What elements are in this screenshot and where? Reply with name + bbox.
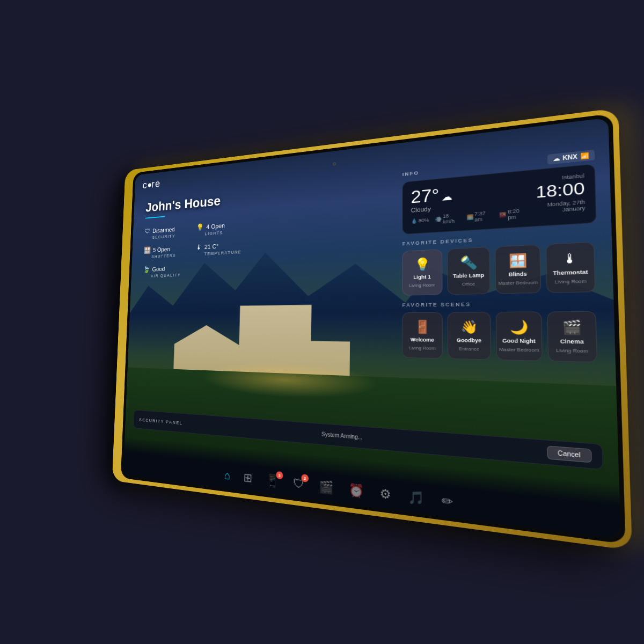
wind-value: 18 km/h	[443, 212, 460, 224]
info-label: INFO	[402, 170, 420, 177]
light1-icon: 💡	[414, 257, 430, 272]
goodbye-icon: 👋	[460, 320, 478, 335]
sunset-value: 8:20 pm	[508, 207, 527, 220]
welcome-icon: 🚪	[414, 320, 430, 335]
media-icon: 🎵	[408, 489, 424, 507]
sunset-item: 🌇 8:20 pm	[499, 207, 527, 221]
wind-item: 💨 18 km/h	[435, 212, 460, 225]
logo-text: c	[142, 179, 148, 191]
lights-value: 4 Open	[206, 222, 225, 230]
table-lamp-name: Table Lamp	[453, 272, 484, 279]
logo-dot	[148, 183, 151, 187]
temp-value: 21 C°	[204, 242, 219, 250]
camera-dot	[333, 162, 336, 165]
security-panel-label: SECURITY PANEL	[139, 417, 182, 426]
scene-goodnight[interactable]: 🌙 Good Night Master Bedroom	[496, 311, 543, 361]
right-panel: INFO ☁ KNX 📶 27°	[402, 150, 600, 363]
sunrise-value: 7:37 am	[474, 210, 493, 223]
scenes-section-label: FAVORITE SCENES	[402, 299, 598, 308]
blinds-room: Master Bedroom	[498, 280, 538, 286]
status-grid: 🛡 Disarmed SECURITY 💡 4 Open LIGHTS	[143, 220, 242, 279]
device-card-thermostat[interactable]: 🌡 Thermostat Living Room	[546, 241, 596, 292]
goodbye-room: Entrance	[459, 346, 479, 352]
devices-grid: 💡 Light 1 Living Room 🔦 Table Lamp Offic…	[402, 241, 598, 296]
status-temperature: 🌡 21 C° TEMPERATURE	[196, 240, 242, 257]
device-card-blinds[interactable]: 🪟 Blinds Master Bedroom	[495, 244, 541, 294]
cancel-button[interactable]: Cancel	[547, 445, 592, 463]
light1-name: Light 1	[413, 274, 431, 281]
thermostat-icon: 🌡	[562, 251, 578, 267]
knx-label: KNX	[562, 153, 577, 162]
blinds-icon: 🪟	[508, 253, 526, 269]
security-icon: 🛡	[144, 227, 150, 235]
temp-icon: 🌡	[196, 243, 202, 251]
shutters-icon: 🪟	[144, 246, 151, 254]
device-card-light1[interactable]: 💡 Light 1 Living Room	[402, 249, 442, 296]
status-lights[interactable]: 💡 4 Open LIGHTS	[196, 220, 243, 237]
security-value: Disarmed	[152, 225, 175, 234]
welcome-room: Living Room	[409, 345, 436, 351]
shutters-value: 5 Open	[153, 245, 170, 253]
nav-media[interactable]: 🎵	[408, 489, 424, 507]
wifi-icon: 📶	[580, 152, 589, 159]
apps-icon: ⊞	[243, 471, 252, 486]
home-icon: ⌂	[224, 469, 230, 483]
table-lamp-icon: 🔦	[460, 255, 477, 270]
sunrise-item: 🌅 7:37 am	[466, 210, 493, 223]
scene-welcome[interactable]: 🚪 Welcome Living Room	[402, 312, 443, 359]
air-row: 🍃 Good	[143, 264, 186, 273]
nav-settings[interactable]: ⚙	[379, 486, 391, 503]
weather-cloud-icon: ☁	[442, 190, 452, 203]
scenes-grid: 🚪 Welcome Living Room 👋 Goodbye Entrance…	[402, 311, 600, 363]
device-card-table-lamp[interactable]: 🔦 Table Lamp Office	[447, 247, 490, 295]
humidity-item: 💧 80%	[411, 215, 429, 227]
scene-goodbye[interactable]: 👋 Goodbye Entrance	[448, 312, 491, 360]
title-underline	[145, 216, 165, 219]
table-lamp-room: Office	[462, 281, 475, 287]
weather-left: 27° ☁ Cloudy 💧 80% 💨 18 km/h	[411, 178, 528, 226]
goodnight-icon: 🌙	[509, 320, 528, 336]
nav-apps[interactable]: ⊞	[243, 471, 252, 486]
nav-items: ⌂ ⊞ 📱 3 🛡 2	[224, 469, 452, 510]
blinds-name: Blinds	[508, 271, 527, 278]
welcome-name: Welcome	[411, 337, 434, 343]
weather-temp: 27°	[411, 186, 440, 206]
air-icon: 🍃	[143, 266, 150, 273]
status-security[interactable]: 🛡 Disarmed SECURITY	[144, 224, 187, 240]
settings-icon: ⚙	[379, 486, 391, 503]
screen: cre John's House 🛡 Disarmed	[123, 118, 620, 539]
thermostat-name: Thermostat	[553, 269, 588, 276]
light1-room: Living Room	[409, 282, 435, 288]
nav-edit[interactable]: ✏	[441, 493, 452, 510]
goodbye-name: Goodbye	[457, 338, 481, 345]
tablet-inner: cre John's House 🛡 Disarmed	[121, 113, 626, 544]
edit-icon: ✏	[441, 493, 452, 510]
lights-icon: 💡	[196, 223, 204, 231]
nav-clock[interactable]: ⏰	[348, 482, 363, 499]
left-panel: John's House 🛡 Disarmed SECURITY	[143, 191, 243, 279]
cinema-icon: 🎬	[562, 319, 582, 336]
system-arming-text: System Arming...	[321, 431, 362, 441]
goodnight-name: Good Night	[502, 338, 536, 345]
scene-cinema[interactable]: 🎬 Cinema Living Room	[547, 311, 597, 363]
cloud-icon: ☁	[553, 155, 560, 163]
cinema-room: Living Room	[556, 348, 588, 354]
thermostat-room: Living Room	[554, 279, 587, 285]
status-shutters[interactable]: 🪟 5 Open SHUTTERS	[144, 244, 186, 260]
scenes-icon: 🎬	[319, 479, 333, 495]
status-air-quality: 🍃 Good AIR QUALITY	[143, 264, 185, 279]
nav-security[interactable]: 🛡 2	[292, 476, 304, 492]
clock-icon: ⏰	[348, 482, 363, 499]
nav-scenes[interactable]: 🎬	[319, 479, 333, 495]
cinema-name: Cinema	[560, 338, 584, 345]
time-display: 18:00	[526, 180, 585, 201]
air-value: Good	[152, 265, 165, 273]
nav-home[interactable]: ⌂	[224, 469, 230, 483]
app-logo: cre	[142, 178, 161, 191]
nav-devices[interactable]: 📱 3	[265, 473, 279, 489]
humidity-value: 80%	[419, 217, 429, 224]
time-block: Istanbul 18:00 Monday, 27th January	[526, 173, 586, 215]
device-wrapper: cre John's House 🛡 Disarmed	[59, 118, 585, 526]
weather-row: 27° ☁ Cloudy 💧 80% 💨 18 km/h	[411, 173, 586, 227]
logo-re: re	[151, 178, 161, 190]
